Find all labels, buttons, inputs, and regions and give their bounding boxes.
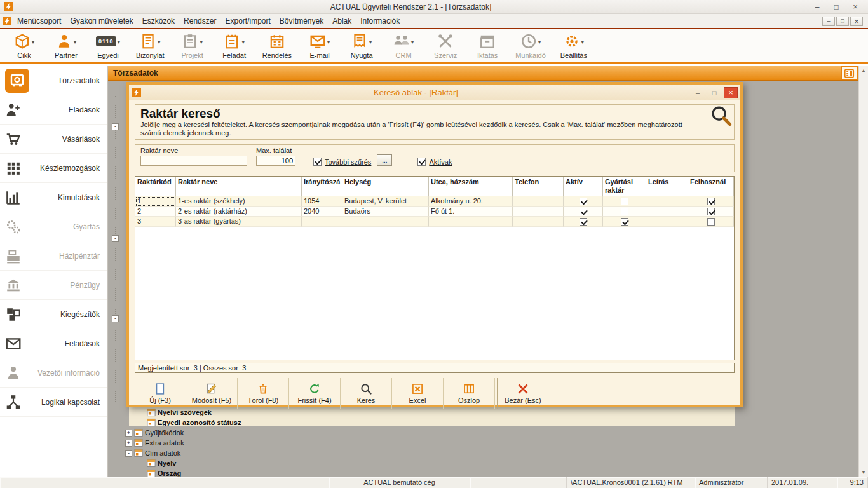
dropdown-arrow-icon[interactable] — [327, 37, 330, 45]
toolbar-button-partner[interactable]: Partner — [48, 31, 84, 60]
collapse-icon[interactable]: - — [125, 450, 132, 457]
button-uj-f3[interactable]: Új (F3) — [135, 378, 186, 409]
menu-item-menucsoport[interactable]: Menücsoport — [13, 15, 65, 27]
menu-item-ablak[interactable]: Ablak — [328, 15, 356, 27]
menu-item-eszkozok[interactable]: Eszközök — [138, 15, 179, 27]
dropdown-arrow-icon[interactable] — [369, 37, 372, 45]
dialog-minimize-button[interactable] — [691, 87, 705, 98]
toolbar-button-iktatas[interactable]: Iktatás — [470, 31, 505, 60]
tree-item-cim-adatok[interactable]: -Cím adatok — [108, 448, 858, 458]
collapse-icon[interactable] — [112, 235, 119, 242]
column-header-felhasznal[interactable]: Felhasznál — [688, 177, 734, 196]
dropdown-arrow-icon[interactable] — [158, 37, 161, 45]
tree-item-nyelv[interactable]: Nyelv — [108, 458, 858, 468]
toolbar-button-cikk[interactable]: Cikk — [6, 31, 42, 60]
toolbar-button-bizonylat[interactable]: Bizonylat — [132, 31, 168, 60]
dropdown-arrow-icon[interactable] — [241, 37, 245, 45]
toolbar-button-e-mail[interactable]: E-mail — [302, 31, 337, 60]
sidebar-item-hazipenztar[interactable]: Házipénztár — [0, 241, 107, 271]
column-header-leiras[interactable]: Leírás — [646, 177, 688, 196]
collapse-icon[interactable] — [112, 315, 119, 322]
column-header-telefon[interactable]: Telefon — [513, 177, 564, 196]
toolbar-button-nyugta[interactable]: Nyugta — [344, 31, 379, 60]
sidebar-item-gyartas[interactable]: Gyártás — [0, 212, 107, 241]
tree-item-extra-adatok[interactable]: +Extra adatok — [108, 438, 858, 448]
menu-item-bovitmenyek[interactable]: Bővítmények — [275, 15, 328, 27]
menu-item-export-import[interactable]: Export/import — [220, 15, 275, 27]
more-filter-checkbox[interactable] — [313, 158, 322, 166]
sidebar-item-vezetoi-informacio[interactable]: Vezetői információ — [0, 358, 107, 388]
tree-item-nyelvi-szovegek[interactable]: Nyelvi szövegek — [108, 407, 858, 417]
sidebar-item-kimutatasok[interactable]: Kimutatások — [0, 183, 107, 212]
sidebar-item-eladasok[interactable]: Eladások — [0, 95, 107, 125]
dropdown-arrow-icon[interactable] — [538, 37, 541, 45]
mdi-minimize-button[interactable] — [822, 17, 835, 26]
scroll-down-icon[interactable] — [862, 470, 866, 475]
toolbar-button-rendeles[interactable]: Rendelés — [259, 31, 295, 60]
column-header-utca[interactable]: Utca, házszám — [429, 177, 513, 196]
sidebar-item-logikai-kapcsolat[interactable]: Logikai kapcsolat — [0, 388, 107, 417]
expand-icon[interactable]: + — [125, 430, 132, 437]
active-checkbox[interactable] — [417, 158, 426, 166]
button-oszlop[interactable]: Oszlop — [444, 378, 495, 409]
table-row[interactable]: 11-es raktár (székhely)1054Budapest, V. … — [135, 196, 734, 207]
sidebar-item-torzsadatok[interactable]: Törzsadatok — [0, 66, 107, 95]
toolbar-button-feladat[interactable]: Feladat — [217, 31, 252, 60]
button-frissit-f4[interactable]: Frissít (F4) — [289, 378, 341, 409]
button-torol-f8[interactable]: Töröl (F8) — [238, 378, 289, 409]
column-header-aktiv[interactable]: Aktív — [564, 177, 603, 196]
button-keres[interactable]: Keres — [341, 378, 392, 409]
toolbar-button-munkaido[interactable]: Munkaidő — [512, 31, 550, 60]
toolbar-button-szerviz[interactable]: Szerviz — [428, 31, 463, 60]
dialog-maximize-button[interactable] — [707, 87, 721, 98]
menu-item-informaciok[interactable]: Információk — [356, 15, 404, 27]
scroll-up-icon[interactable] — [862, 68, 866, 72]
menu-item-rendszer[interactable]: Rendszer — [179, 15, 220, 27]
maximize-button[interactable] — [827, 1, 845, 13]
dropdown-arrow-icon[interactable] — [200, 37, 203, 45]
cell-aktiv — [564, 217, 603, 227]
max-results-input[interactable] — [256, 156, 295, 166]
column-header-irsz[interactable]: Irányítószá — [302, 177, 342, 196]
collapse-icon[interactable] — [112, 123, 119, 130]
button-modosit-f5[interactable]: Módosít (F5) — [186, 378, 238, 409]
dropdown-arrow-icon[interactable] — [74, 37, 77, 45]
toolbar-button-projekt[interactable]: Projekt — [175, 31, 210, 60]
toolbar-button-egyedi[interactable]: 0110Egyedi — [90, 31, 126, 60]
sidebar-item-keszletmozgasok[interactable]: Készletmozgások — [0, 154, 107, 183]
scrollbar[interactable] — [858, 66, 868, 477]
sidebar-item-feladasok[interactable]: Feladások — [0, 329, 107, 358]
sidebar-item-kiegeszitok[interactable]: Kiegészítők — [0, 300, 107, 329]
expand-icon[interactable]: + — [125, 440, 132, 447]
dialog-close-button[interactable] — [724, 87, 738, 98]
column-header-kod[interactable]: Raktárkód — [135, 177, 176, 196]
toolbar-button-crm[interactable]: CRM — [386, 31, 421, 60]
mdi-close-button[interactable] — [850, 17, 863, 26]
column-header-helyseg[interactable]: Helység — [342, 177, 429, 196]
dropdown-arrow-icon[interactable] — [118, 37, 121, 45]
column-header-nev[interactable]: Raktár neve — [176, 177, 302, 196]
tree-item-egyedi-azonosito-statusz[interactable]: Egyedi azonosító státusz — [108, 417, 858, 428]
dropdown-arrow-icon[interactable] — [32, 37, 35, 45]
warehouse-name-input[interactable] — [140, 156, 247, 166]
button-bezar-esc[interactable]: Bezár (Esc) — [497, 378, 548, 409]
sidebar-item-penzugy[interactable]: Pénzügy — [0, 271, 107, 300]
close-button[interactable] — [846, 1, 864, 13]
sidebar-item-vasarlasok[interactable]: Vásárlások — [0, 125, 107, 154]
table-row[interactable]: 33-as raktár (gyártás) — [135, 217, 734, 227]
tree-item-orszag[interactable]: Ország — [108, 468, 858, 477]
tree-item-gyujtokodok[interactable]: +Gyűjtőkódok — [108, 428, 858, 438]
column-header-gyartasi[interactable]: Gyártási raktár — [603, 177, 646, 196]
button-excel[interactable]: Excel — [392, 378, 444, 409]
mdi-restore-button[interactable] — [836, 17, 849, 26]
toolbar-button-beallitas[interactable]: Beállítás — [556, 31, 592, 60]
felhasznal-checkbox — [707, 218, 715, 226]
dialog-titlebar[interactable]: Kereső ablak - [Raktár] — [129, 85, 740, 100]
more-filter-button[interactable]: ... — [377, 154, 392, 166]
menu-item-gyakori-muveletek[interactable]: Gyakori műveletek — [65, 15, 137, 27]
dropdown-arrow-icon[interactable] — [411, 37, 414, 45]
panel-toggle-button[interactable] — [841, 66, 858, 80]
table-row[interactable]: 22-es raktár (raktárház)2040BudaörsFő út… — [135, 207, 734, 217]
minimize-button[interactable] — [808, 1, 826, 13]
dropdown-arrow-icon[interactable] — [581, 37, 585, 45]
